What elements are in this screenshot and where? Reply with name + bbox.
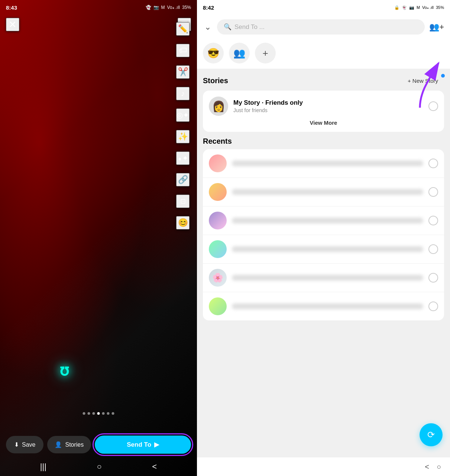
dot-6 <box>107 412 110 415</box>
fabric-overlay <box>0 0 197 476</box>
home-icon[interactable]: ○ <box>97 462 102 472</box>
recent-name-blur-5 <box>232 275 423 281</box>
recents-card: 🌸 <box>203 149 444 320</box>
recent-item-5[interactable]: 🌸 <box>203 264 444 292</box>
lens-tool-button[interactable]: ◎✦ <box>176 108 190 122</box>
add-friends-button[interactable]: 👥+ <box>429 22 444 32</box>
send-arrow-icon: ▶ <box>154 441 159 449</box>
send-to-button[interactable]: Send To ▶ <box>95 436 191 454</box>
battery-right: 35% <box>436 5 444 10</box>
recent-name-blur-4 <box>232 246 423 252</box>
recent-item-2[interactable] <box>203 178 444 206</box>
mouse-logo: ʊ <box>59 361 69 379</box>
stories-button[interactable]: 👤 Stories <box>47 436 91 453</box>
chevron-down-button[interactable]: ⌄ <box>203 21 213 33</box>
new-story-label: + New Story <box>408 78 438 84</box>
recent-name-blur-3 <box>232 218 423 224</box>
story-name: My Story · Friends only <box>233 99 423 107</box>
snapchat-icon-right: 👻 <box>402 5 407 10</box>
recent-avatar-1 <box>209 154 227 172</box>
sparkles-tool-button[interactable]: ✨ <box>176 130 190 143</box>
story-card: 👩 My Story · Friends only Just for frien… <box>203 91 444 132</box>
back-icon[interactable]: < <box>152 462 157 472</box>
right-home-icon[interactable]: ○ <box>437 463 441 471</box>
status-bar-left: 8:43 👻 📷 M Vo₄ .ıll 35% <box>0 0 197 15</box>
snapchat-icon-left: 👻 <box>146 5 151 10</box>
wifi-right: Vo₄ .ıll <box>422 5 434 10</box>
gmail-icon-left: M <box>161 5 165 10</box>
recent-radio-3[interactable] <box>428 216 438 225</box>
music-tool-button[interactable]: ♪ <box>176 87 190 100</box>
search-placeholder[interactable]: Send To ... <box>234 23 418 31</box>
recents-title: Recents <box>203 137 444 146</box>
lock-icon-right: 🔒 <box>394 5 399 10</box>
search-icon: 🔍 <box>224 23 232 31</box>
story-item-mystory[interactable]: 👩 My Story · Friends only Just for frien… <box>209 97 438 116</box>
quick-buttons-row: 😎 👥 + <box>197 39 450 69</box>
signal-left: Vo₄ .ıll <box>167 5 180 10</box>
add-friends-icon: 👥+ <box>429 22 444 32</box>
dot-2 <box>88 412 90 415</box>
recent-radio-4[interactable] <box>428 244 438 254</box>
recent-item-3[interactable] <box>203 206 444 235</box>
dot-5 <box>102 412 105 415</box>
my-story-avatar-emoji: 👩 <box>212 100 225 113</box>
recent-radio-2[interactable] <box>428 187 438 197</box>
view-more-button[interactable]: View More <box>209 116 438 126</box>
story-sub: Just for friends <box>233 107 423 113</box>
recent-item-4[interactable] <box>203 235 444 264</box>
save-label: Save <box>22 441 35 448</box>
page-dots <box>83 412 114 415</box>
insta-icon-right: 📷 <box>409 5 414 10</box>
top-toolbar: ✕ T <box>6 18 191 31</box>
recent-avatar-2 <box>209 183 227 201</box>
stories-title: Stories <box>203 76 228 85</box>
close-button[interactable]: ✕ <box>6 18 19 31</box>
emoji-quick-button[interactable]: 😎 <box>203 43 224 63</box>
link-tool-button[interactable]: 🔗 <box>176 173 190 186</box>
new-group-button[interactable]: + <box>255 43 276 63</box>
gmail-icon-right: M <box>417 5 420 10</box>
pencil-tool-button[interactable]: ✏️ <box>176 22 190 36</box>
stories-label: Stories <box>65 441 84 448</box>
main-content: Stories + New Story 👩 My Story · Friends… <box>197 69 450 457</box>
recent-avatar-3 <box>209 212 227 229</box>
recent-radio-1[interactable] <box>428 159 438 168</box>
search-bar: 🔍 Send To ... <box>217 19 425 35</box>
emoji-face-tool-button[interactable]: 😊 <box>176 216 190 229</box>
scissors-tool-button[interactable]: ✂️ <box>176 65 190 79</box>
sticker-tool-button[interactable]: 🏷 <box>176 44 190 57</box>
story-info: My Story · Friends only Just for friends <box>233 99 423 113</box>
stories-avatar-icon: 👤 <box>55 441 62 448</box>
friends-quick-button[interactable]: 👥 <box>229 43 250 63</box>
recent-avatar-6 <box>209 297 227 315</box>
recent-avatar-4 <box>209 240 227 258</box>
share-fab-button[interactable]: ⟳ <box>420 423 443 446</box>
nav-bar-left: ||| ○ < <box>0 462 197 472</box>
nav-bar-right: < ○ <box>197 457 450 476</box>
dot-7 <box>112 412 114 415</box>
recent-radio-6[interactable] <box>428 301 438 311</box>
phone-background <box>0 0 197 476</box>
share-icon: ⟳ <box>427 430 435 440</box>
recent-name-blur-6 <box>232 303 423 309</box>
my-story-avatar: 👩 <box>209 97 228 116</box>
dot-3 <box>93 412 95 415</box>
insta-icon-left: 📷 <box>153 5 159 10</box>
dot-1 <box>83 412 85 415</box>
recent-item-6[interactable] <box>203 292 444 320</box>
right-tools: ✏️ 🏷 ✂️ ♪ ◎✦ ✨ ⬧✦ 🔗 ⊡ 😊 <box>176 22 190 229</box>
eraser-tool-button[interactable]: ⬧✦ <box>176 151 190 165</box>
left-panel: ʊ 8:43 👻 📷 M Vo₄ .ıll 35% ✕ T ✏️ 🏷 ✂️ ♪ … <box>0 0 197 476</box>
save-button[interactable]: ⬇ Save <box>6 436 43 453</box>
recent-item-1[interactable] <box>203 149 444 178</box>
crop-tool-button[interactable]: ⊡ <box>176 195 190 208</box>
story-radio[interactable] <box>428 101 438 111</box>
recent-radio-5[interactable] <box>428 273 438 283</box>
menu-icon[interactable]: ||| <box>40 462 46 472</box>
right-back-icon[interactable]: < <box>425 463 429 471</box>
search-header: ⌄ 🔍 Send To ... 👥+ <box>197 15 450 39</box>
recent-name-blur-2 <box>232 189 423 195</box>
dot-4-active <box>97 412 100 415</box>
new-story-button[interactable]: + New Story <box>402 75 444 87</box>
